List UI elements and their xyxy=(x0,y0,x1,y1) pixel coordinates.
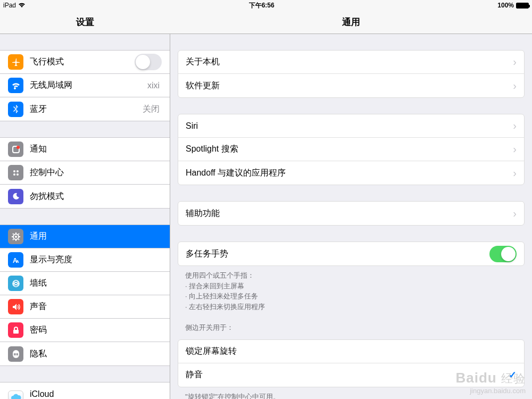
sidebar-item-label: 墙纸 xyxy=(30,278,162,289)
sidebar-item-label: 隐私 xyxy=(30,348,162,360)
sidebar-item-label: 无线局域网 xyxy=(30,80,147,91)
wifi-icon xyxy=(18,3,26,8)
sidebar-item-controlcenter[interactable]: 控制中心 xyxy=(0,161,170,185)
sidebar-item-icloud[interactable]: iCloud 1075913655@aa.com xyxy=(0,383,170,399)
airplane-toggle[interactable] xyxy=(135,54,162,70)
airplane-icon xyxy=(8,54,23,70)
svg-text:A: A xyxy=(16,259,19,264)
detail-title: 通用 xyxy=(170,11,532,34)
wifi-value: xixi xyxy=(147,81,160,90)
detail-item-mute[interactable]: 静音 ✓ xyxy=(178,363,524,387)
sidebar-item-airplane[interactable]: 飞行模式 xyxy=(0,51,170,74)
svg-point-4 xyxy=(13,173,15,176)
status-time: 下午6:56 xyxy=(26,1,497,10)
detail-item-spotlight[interactable]: Spotlight 搜索 › xyxy=(178,138,524,161)
sidebar-item-passcode[interactable]: 密码 xyxy=(0,319,170,342)
sidebar-item-label: 通知 xyxy=(30,144,162,155)
bluetooth-value: 关闭 xyxy=(143,104,160,115)
svg-rect-25 xyxy=(17,353,18,355)
chevron-right-icon: › xyxy=(513,143,517,155)
detail-item-multitasking[interactable]: 多任务手势 xyxy=(178,242,524,265)
battery-percent: 100% xyxy=(497,2,514,9)
svg-rect-22 xyxy=(13,330,19,334)
svg-line-14 xyxy=(13,239,14,240)
controlcenter-icon xyxy=(8,165,23,180)
svg-point-5 xyxy=(16,173,19,176)
notifications-icon xyxy=(8,142,23,157)
dnd-icon xyxy=(8,189,23,204)
sidebar-item-notifications[interactable]: 通知 xyxy=(0,138,170,161)
sidebar-item-label: 显示与亮度 xyxy=(30,254,162,265)
bluetooth-icon xyxy=(8,102,23,117)
sidebar-item-sound[interactable]: 声音 xyxy=(0,295,170,319)
lock-icon xyxy=(8,322,23,338)
chevron-right-icon: › xyxy=(513,120,517,132)
detail-item-softwareupdate[interactable]: 软件更新 › xyxy=(178,74,524,97)
settings-sidebar[interactable]: 飞行模式 无线局域网 xixi 蓝牙 关闭 通知 控制中心 xyxy=(0,34,170,399)
sidebar-item-dnd[interactable]: 勿扰模式 xyxy=(0,185,170,208)
wallpaper-icon xyxy=(8,276,23,291)
sidebar-item-label: iCloud 1075913655@aa.com xyxy=(30,389,162,399)
multitasking-toggle[interactable] xyxy=(489,246,517,262)
sidebar-item-bluetooth[interactable]: 蓝牙 关闭 xyxy=(0,97,170,121)
sidebar-item-display[interactable]: AA 显示与亮度 xyxy=(0,248,170,272)
device-label: iPad xyxy=(3,2,16,9)
svg-point-1 xyxy=(16,146,20,149)
sideswitch-footer: "旋转锁定"在控制中心中可用。 xyxy=(170,387,532,400)
sidebar-item-label: 飞行模式 xyxy=(30,56,135,68)
svg-rect-23 xyxy=(14,353,15,355)
nav-titles: 设置 通用 xyxy=(0,11,532,34)
privacy-icon xyxy=(8,346,23,362)
detail-item-siri[interactable]: Siri › xyxy=(178,114,524,138)
svg-rect-24 xyxy=(15,353,16,355)
sideswitch-header: 侧边开关用于： xyxy=(170,316,532,337)
svg-point-2 xyxy=(13,170,15,172)
detail-item-about[interactable]: 关于本机 › xyxy=(178,51,524,74)
multitasking-footer: 使用四个或五个手指： · 捏合来回到主屏幕 · 向上轻扫来处理多任务 · 左右轻… xyxy=(170,266,532,316)
sidebar-item-label: 蓝牙 xyxy=(30,104,143,115)
status-bar: iPad 下午6:56 100% xyxy=(0,0,532,11)
sidebar-item-label: 密码 xyxy=(30,325,162,336)
svg-line-12 xyxy=(13,234,14,235)
sidebar-item-wifi[interactable]: 无线局域网 xixi xyxy=(0,74,170,97)
sidebar-item-label: 控制中心 xyxy=(30,167,162,178)
battery-icon xyxy=(516,3,529,9)
sidebar-title: 设置 xyxy=(0,11,170,34)
chevron-right-icon: › xyxy=(513,207,517,220)
sound-icon xyxy=(8,299,23,314)
sidebar-item-privacy[interactable]: 隐私 xyxy=(0,342,170,365)
svg-point-7 xyxy=(15,236,17,238)
chevron-right-icon: › xyxy=(513,56,517,68)
svg-point-3 xyxy=(16,170,19,172)
svg-line-13 xyxy=(18,239,19,240)
sidebar-item-general[interactable]: 通用 xyxy=(0,225,170,248)
icloud-icon xyxy=(8,390,23,400)
svg-line-15 xyxy=(18,234,19,235)
chevron-right-icon: › xyxy=(513,80,517,92)
detail-item-accessibility[interactable]: 辅助功能 › xyxy=(178,202,524,225)
gear-icon xyxy=(8,229,23,244)
checkmark-icon: ✓ xyxy=(509,369,517,381)
detail-item-lockrotation[interactable]: 锁定屏幕旋转 xyxy=(178,340,524,363)
wifi-settings-icon xyxy=(8,78,23,93)
detail-item-handoff[interactable]: Handoff 与建议的应用程序 › xyxy=(178,161,524,185)
chevron-right-icon: › xyxy=(513,167,517,179)
sidebar-item-label: 声音 xyxy=(30,301,162,312)
sidebar-item-label: 通用 xyxy=(30,231,162,242)
general-detail[interactable]: 关于本机 › 软件更新 › Siri › Spotlight 搜索 › Hand… xyxy=(170,34,532,399)
display-icon: AA xyxy=(8,252,23,268)
sidebar-item-wallpaper[interactable]: 墙纸 xyxy=(0,272,170,295)
sidebar-item-label: 勿扰模式 xyxy=(30,191,162,202)
